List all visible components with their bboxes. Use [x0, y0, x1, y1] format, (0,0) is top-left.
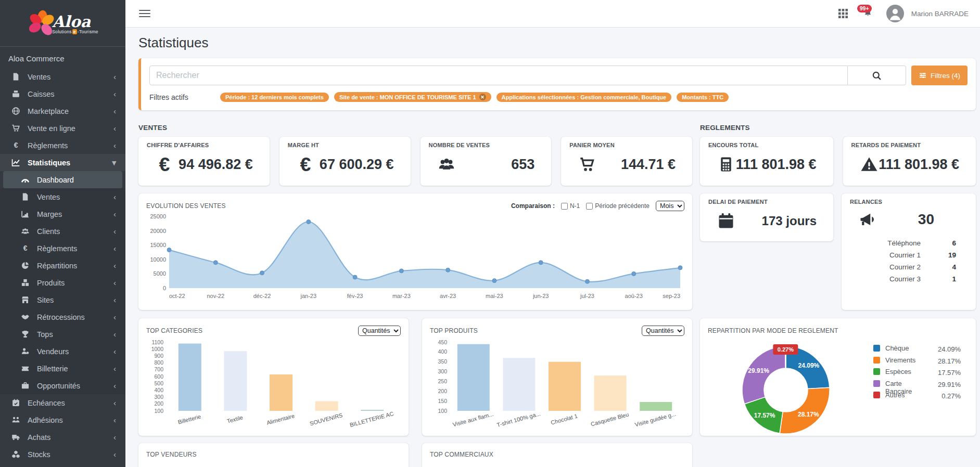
invoice-icon [11, 72, 20, 81]
n1-checkbox[interactable] [561, 203, 568, 210]
sidebar-item-reglements[interactable]: €Règlements‹ [0, 137, 125, 154]
n1-checkbox-row[interactable]: N-1 [561, 202, 580, 210]
kpi-card-chiffre-d-affaires: CHIFFRE D'AFFAIRES€94 496.82 € [138, 137, 270, 186]
sidebar-item-caisses[interactable]: Caisses‹ [0, 85, 125, 102]
page-title: Statistiques [138, 35, 976, 51]
sidebar-item-marges[interactable]: Marges‹ [0, 205, 125, 223]
n1-checkbox-label: N-1 [570, 202, 580, 210]
previous-period-checkbox-row[interactable]: Période précédente [586, 202, 650, 210]
chevron-left-icon: ‹ [113, 141, 116, 150]
top-produits-unit-select[interactable]: Quantités [642, 326, 684, 336]
euro-icon: € [296, 155, 315, 174]
notifications-button[interactable]: 99+ [861, 7, 875, 20]
relance-row-courrier-1: Courrier 119 [850, 249, 968, 261]
sidebar-item-label: Opportunités [37, 382, 113, 390]
svg-text:oct-22: oct-22 [169, 293, 185, 299]
svg-text:28.17%: 28.17% [798, 411, 819, 418]
megaphone-icon [858, 210, 877, 229]
sidebar-item-tops[interactable]: Tops‹ [0, 326, 125, 343]
cart-icon [578, 155, 596, 174]
legend-swatch [873, 380, 880, 387]
svg-text:500: 500 [154, 380, 163, 386]
cart-plus-icon [11, 124, 20, 133]
svg-text:100: 100 [154, 408, 163, 414]
sidebar-item-marketplace[interactable]: Marketplace‹ [0, 102, 125, 120]
sidebar-item-ventes[interactable]: Ventes‹ [0, 68, 125, 85]
top-categories-card: TOP CATEGORIES Quantités 100200300400500… [138, 318, 409, 436]
legend-swatch [873, 368, 880, 375]
calendar-icon [717, 212, 735, 230]
chevron-left-icon: ‹ [113, 192, 116, 201]
chevron-left-icon: ‹ [113, 330, 116, 339]
previous-period-checkbox[interactable] [586, 203, 593, 210]
sidebar-item-ventes[interactable]: Ventes‹ [0, 188, 125, 205]
brand-tagline: Solutionse-Tourisme [52, 29, 98, 34]
sidebar-item-achats[interactable]: Achats‹ [0, 429, 125, 446]
user-avatar[interactable] [886, 5, 904, 22]
svg-text:20000: 20000 [150, 228, 166, 234]
svg-text:24.09%: 24.09% [798, 362, 820, 369]
svg-text:15000: 15000 [150, 242, 166, 248]
filters-button-label: Filtres (4) [931, 72, 960, 80]
svg-text:sep-23: sep-23 [663, 293, 680, 299]
briefcase-icon [21, 381, 30, 390]
sidebar-item-produits[interactable]: Produits‹ [0, 274, 125, 291]
filter-chip: Période : 12 derniers mois complets [220, 93, 329, 102]
svg-text:jun-23: jun-23 [532, 293, 549, 299]
sidebar-item-clients[interactable]: Clients‹ [0, 223, 125, 240]
period-select[interactable]: Mois [656, 201, 684, 211]
search-button[interactable] [848, 66, 906, 85]
chevron-left-icon: ‹ [113, 364, 116, 373]
filters-button[interactable]: Filtres (4) [911, 66, 968, 85]
sidebar: Aloa Solutionse-Tourisme Aloa Commerce V… [0, 0, 125, 467]
sidebar-item-label: Statistiques [28, 159, 112, 167]
kpi-value: 144.71 € [621, 157, 676, 173]
chevron-left-icon: ‹ [113, 107, 116, 115]
sidebar-item-repartitions[interactable]: Répartitions‹ [0, 257, 125, 274]
chevron-left-icon: ‹ [113, 433, 116, 442]
brand-logo[interactable]: Aloa Solutionse-Tourisme [0, 0, 125, 47]
apps-grid-button[interactable] [836, 7, 850, 20]
chevron-left-icon: ‹ [113, 227, 116, 236]
sidebar-item-vente-en-ligne[interactable]: Vente en ligne‹ [0, 120, 125, 137]
top-categories-unit-select[interactable]: Quantités [358, 326, 401, 336]
sidebar-item-sites[interactable]: Sites‹ [0, 291, 125, 308]
sidebar-item-opportunites[interactable]: Opportunités‹ [0, 377, 125, 394]
sidebar-item-vendeurs[interactable]: Vendeurs‹ [0, 343, 125, 360]
sidebar-item-adhesions[interactable]: Adhésions‹ [0, 411, 125, 429]
chevron-left-icon: ‹ [113, 261, 116, 270]
previous-period-checkbox-label: Période précédente [595, 202, 650, 210]
sidebar-item-stocks[interactable]: Stocks‹ [0, 446, 125, 463]
relances-breakdown: Téléphone6Courrier 119Courrier 24Courrie… [850, 237, 968, 285]
search-input[interactable] [149, 66, 848, 85]
svg-text:T-shirt 100% ga...: T-shirt 100% ga... [496, 410, 541, 428]
svg-text:800: 800 [154, 359, 163, 366]
kpi-card-marge-ht: MARGE HT€67 600.29 € [279, 137, 411, 186]
relance-label: Téléphone [887, 239, 921, 247]
repartition-donut-chart: 24.09%28.17%17.57%29.91%0.27% [708, 338, 870, 438]
sidebar-item-retrocessions[interactable]: Rétrocessions‹ [0, 308, 125, 326]
top-vendeurs-title: TOP VENDEURS [146, 451, 197, 458]
menu-toggle-button[interactable] [139, 8, 150, 19]
legend-value: 0.27% [941, 392, 961, 400]
sidebar-item-label: Règlements [37, 244, 113, 253]
chevron-left-icon: ‹ [113, 347, 116, 356]
filter-chip: Applications sélectionnées : Gestion com… [497, 93, 672, 102]
chip-close-icon[interactable]: ✕ [479, 94, 486, 100]
relance-value: 19 [946, 251, 956, 259]
user-name[interactable]: Marion BARRADE [911, 10, 969, 18]
sidebar-item-dashboard[interactable]: Dashboard [3, 171, 122, 188]
legend-item-cheque: Chèque24.09% [873, 344, 961, 356]
kpi-value: 67 600.29 € [320, 157, 394, 173]
sidebar-item-label: Adhésions [28, 416, 113, 424]
sidebar-item-label: Vente en ligne [28, 124, 113, 133]
legend-value: 29.91% [938, 381, 961, 388]
store-icon [21, 295, 30, 304]
svg-text:150: 150 [438, 398, 447, 404]
trophy-icon [21, 330, 30, 339]
sidebar-item-reglements[interactable]: €Règlements‹ [0, 240, 125, 257]
relance-label: Courrier 3 [889, 275, 921, 283]
sidebar-item-statistiques[interactable]: Statistiques▾ [0, 154, 125, 171]
sidebar-item-echeances[interactable]: Echéances‹ [0, 394, 125, 411]
sidebar-item-billetterie[interactable]: Billetterie‹ [0, 360, 125, 377]
